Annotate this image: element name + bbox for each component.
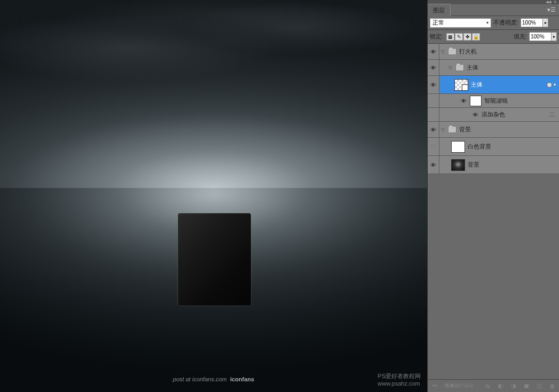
fill-label: 填充: [514,33,527,41]
eye-icon[interactable]: 👁 [430,162,436,168]
lighter-rectangle-shape [178,213,251,305]
layer-group-background[interactable]: 👁 ▽ 背景 [428,122,559,138]
fill-input[interactable]: 100% [529,32,552,41]
tab-layers[interactable]: 图层 [428,4,451,17]
layer-thumbnail[interactable] [451,141,465,153]
eye-icon[interactable]: ☐ [431,143,436,150]
mask-icon[interactable]: ◐ [496,382,506,390]
panel-tabs-bar: 图层 ▾☰ [428,4,559,16]
watermark-corner: PS爱好者教程网 www.psahz.com [377,372,421,387]
new-layer-icon[interactable]: ◫ [534,382,544,390]
lock-transparency-icon[interactable]: ▦ [446,33,454,41]
layers-panel: ◀◀ ✕ 图层 ▾☰ 正常▾ 不透明度: 100% ▸ 锁定: ▦ ✎ ✥ 🔒 … [427,0,559,392]
eye-icon[interactable]: 👁 [430,82,436,88]
chevron-down-icon[interactable]: ▾ [554,82,556,87]
clouds-overlay [0,0,427,188]
layers-list[interactable]: 👁 ▽ 打火机 👁 ▽ 主体 👁 主体 ▾ 👁 [428,44,559,379]
adjustment-layer-icon[interactable]: ◑ [509,382,518,390]
eye-icon[interactable]: 👁 [461,98,467,104]
eye-icon[interactable]: 👁 [430,127,436,133]
disclosure-triangle-icon[interactable]: ▽ [441,49,446,54]
opacity-input[interactable]: 100% [521,18,543,27]
layer-group-body[interactable]: 👁 ▽ 主体 [428,60,559,76]
watermark-center: post at iconfans.com iconfans [173,376,254,382]
disclosure-triangle-icon[interactable]: ▽ [441,127,446,132]
lock-pixels-icon[interactable]: ✎ [455,33,463,41]
eye-icon[interactable]: 👁 [473,112,478,118]
filter-options-icon[interactable]: ⼆ [549,111,555,119]
folder-icon [455,64,464,71]
layer-thumbnail-smart[interactable] [454,79,468,91]
layer-background[interactable]: 👁 背景 [428,156,559,174]
filter-mask-thumbnail[interactable] [470,96,482,106]
layers-panel-footer: ⚯ 图像设计论坛 fx ◐ ◑ ▣ ◫ 🗑 [428,379,559,392]
folder-icon [448,126,456,133]
filter-indicator-icon[interactable] [547,82,552,88]
opacity-stepper-icon[interactable]: ▸ [543,18,548,27]
link-layers-icon[interactable]: ⚯ [430,382,439,390]
layer-group-lighter[interactable]: 👁 ▽ 打火机 [428,44,559,60]
fx-icon[interactable]: fx [483,382,493,390]
footer-watermark-text: 图像设计论坛 [445,382,474,389]
filter-add-noise[interactable]: 👁 添加杂色 ⼆ [428,108,559,122]
panel-menu-icon[interactable]: ▾☰ [544,6,559,13]
chevron-down-icon: ▾ [486,20,489,25]
layer-thumbnail[interactable] [451,159,465,171]
folder-icon [448,48,456,55]
layer-body-selected[interactable]: 👁 主体 ▾ [428,76,559,94]
lock-all-icon[interactable]: 🔒 [472,33,480,41]
smart-filters-header[interactable]: 👁 智能滤镜 [428,94,559,108]
panel-blend-row: 正常▾ 不透明度: 100% ▸ [428,16,559,30]
canvas-viewport[interactable]: post at iconfans.com iconfans PS爱好者教程网 w… [0,0,427,392]
eye-icon[interactable]: 👁 [430,65,436,71]
lock-label: 锁定: [430,33,443,41]
close-x-icon: ✕ [554,0,557,4]
disclosure-triangle-icon[interactable]: ▽ [448,65,454,70]
opacity-label: 不透明度: [493,19,518,27]
blend-mode-dropdown[interactable]: 正常▾ [430,18,491,28]
lock-position-icon[interactable]: ✥ [463,33,471,41]
collapse-arrows-icon: ◀◀ [546,0,551,4]
new-group-icon[interactable]: ▣ [522,382,531,390]
eye-icon[interactable]: 👁 [430,49,436,55]
fill-stepper-icon[interactable]: ▸ [552,32,557,41]
delete-layer-icon[interactable]: 🗑 [547,382,557,390]
panel-lock-row: 锁定: ▦ ✎ ✥ 🔒 填充: 100% ▸ [428,30,559,44]
layer-white-background[interactable]: ☐ 白色背景 [428,138,559,156]
